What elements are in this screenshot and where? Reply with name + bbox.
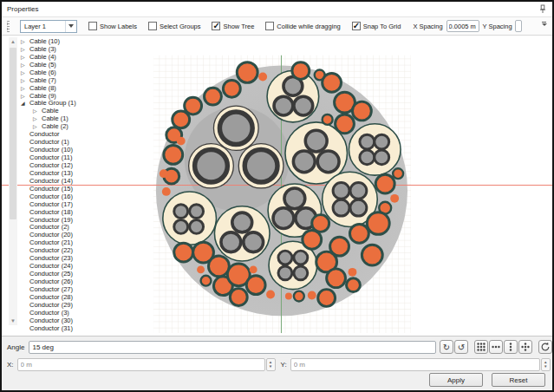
- cable-conductor[interactable]: [333, 183, 349, 199]
- cable-conductor[interactable]: [305, 130, 327, 152]
- tree-collapsed-icon[interactable]: ▷: [21, 46, 29, 52]
- ringed-conductor[interactable]: [346, 278, 360, 292]
- tree-item[interactable]: ▷Cable (4): [9, 53, 76, 61]
- checked-box-icon[interactable]: [352, 22, 361, 30]
- ringed-conductor[interactable]: [208, 256, 229, 277]
- unchecked-box-icon[interactable]: [88, 22, 97, 30]
- tree-expanded-icon[interactable]: ◢: [21, 100, 29, 106]
- group-cable-core[interactable]: [219, 112, 252, 145]
- tree-item[interactable]: Conductor (10): [9, 146, 76, 154]
- tree-item[interactable]: Conductor (11): [9, 154, 76, 161]
- tree-collapsed-icon[interactable]: ▷: [21, 85, 29, 91]
- angle-input[interactable]: [29, 341, 436, 354]
- tree-item[interactable]: ▷Cable (2): [9, 122, 76, 130]
- cable-conductor[interactable]: [278, 251, 292, 265]
- tree-item[interactable]: Conductor (29): [9, 301, 76, 309]
- tree-item[interactable]: Conductor (19): [9, 216, 76, 224]
- tree-item[interactable]: Conductor (2): [9, 224, 76, 232]
- y-spinner[interactable]: ▲▼: [541, 358, 551, 371]
- cable-conductor[interactable]: [317, 151, 339, 173]
- ringed-conductor[interactable]: [201, 276, 212, 286]
- cable-conductor[interactable]: [190, 220, 204, 234]
- tree-item[interactable]: Conductor (23): [9, 254, 76, 262]
- cable-cross-section-svg[interactable]: [2, 36, 552, 336]
- tree-item[interactable]: Conductor (28): [9, 293, 76, 301]
- distribute-vertical-button[interactable]: [504, 340, 518, 354]
- toolbar-grip-handle[interactable]: [7, 21, 10, 32]
- y-input[interactable]: [290, 358, 540, 371]
- cable-conductor[interactable]: [375, 150, 389, 165]
- filler-conductor[interactable]: [177, 137, 186, 146]
- cable-conductor[interactable]: [284, 188, 305, 209]
- distribute-grid-button[interactable]: [474, 340, 488, 354]
- tree-item[interactable]: Conductor: [9, 130, 76, 138]
- cable-conductor[interactable]: [278, 266, 292, 280]
- tree-item[interactable]: Conductor (3): [9, 309, 76, 317]
- tree-item[interactable]: ▷Cable (6): [9, 69, 76, 76]
- x-spinner[interactable]: ▲▼: [266, 358, 276, 371]
- tree-item[interactable]: Conductor (31): [9, 324, 76, 332]
- filler-conductor[interactable]: [308, 291, 316, 300]
- tree-item[interactable]: Conductor (13): [9, 169, 76, 177]
- tree-item[interactable]: ▷Cable (5): [9, 61, 76, 69]
- filler-conductor[interactable]: [390, 194, 399, 203]
- center-cross-button[interactable]: [518, 340, 532, 354]
- ringed-conductor[interactable]: [318, 290, 336, 307]
- ringed-conductor[interactable]: [223, 80, 240, 97]
- filler-conductor[interactable]: [197, 265, 205, 273]
- ringed-conductor[interactable]: [174, 243, 193, 262]
- cable-conductor[interactable]: [360, 150, 375, 165]
- ringed-conductor[interactable]: [327, 269, 346, 288]
- ringed-conductor[interactable]: [367, 212, 389, 235]
- ringed-conductor[interactable]: [352, 101, 371, 121]
- tree-collapsed-icon[interactable]: ▷: [33, 123, 42, 129]
- apply-button[interactable]: Apply: [429, 373, 483, 387]
- tree-item[interactable]: Conductor (20): [9, 231, 76, 238]
- ringed-conductor[interactable]: [173, 111, 190, 128]
- layer-select[interactable]: Layer 1: [20, 20, 77, 33]
- tree-item[interactable]: ▷Cable (9): [9, 92, 76, 100]
- swap-rotation-button[interactable]: [538, 340, 552, 354]
- tree-item[interactable]: ▷Cable (1): [9, 114, 76, 122]
- cable-conductor[interactable]: [294, 266, 308, 280]
- cable-conductor[interactable]: [350, 183, 367, 199]
- checkbox-select-groups[interactable]: Select Groups: [148, 22, 201, 30]
- filler-conductor[interactable]: [250, 265, 257, 273]
- ringed-conductor[interactable]: [362, 245, 382, 265]
- filler-conductor[interactable]: [266, 291, 275, 299]
- tree-item[interactable]: Conductor (24): [9, 262, 76, 270]
- ringed-conductor[interactable]: [294, 291, 304, 302]
- tree-collapsed-icon[interactable]: ▷: [21, 69, 29, 75]
- distribute-horizontal-button[interactable]: [489, 340, 503, 354]
- tree-item[interactable]: ▷Cable (3): [9, 45, 76, 53]
- tree-collapsed-icon[interactable]: ▷: [21, 77, 29, 83]
- tree-item[interactable]: ▷Cable (10): [9, 37, 76, 45]
- tree-item[interactable]: Conductor (15): [9, 185, 76, 193]
- rotate-ccw-button[interactable]: ↺: [454, 340, 468, 354]
- tree-item[interactable]: Conductor (25): [9, 270, 76, 278]
- cable-conductor[interactable]: [333, 199, 349, 216]
- tree-item[interactable]: Conductor (27): [9, 285, 76, 293]
- group-cable-core[interactable]: [195, 149, 228, 182]
- rotate-cw-button[interactable]: ↻: [440, 340, 453, 354]
- cable-conductor[interactable]: [294, 251, 308, 265]
- tree-collapsed-icon[interactable]: ▷: [21, 62, 29, 68]
- x-spacing-input[interactable]: [446, 20, 479, 32]
- unchecked-box-icon[interactable]: [148, 22, 157, 30]
- checked-box-icon[interactable]: [212, 22, 220, 30]
- tree-item[interactable]: Conductor (14): [9, 177, 76, 185]
- cable-conductor[interactable]: [174, 205, 188, 219]
- ringed-conductor[interactable]: [349, 224, 368, 243]
- unchecked-box-icon[interactable]: [265, 22, 274, 30]
- tree-collapsed-icon[interactable]: ▷: [33, 108, 42, 114]
- tree-item[interactable]: Conductor (21): [9, 238, 76, 246]
- cable-conductor[interactable]: [221, 232, 241, 252]
- tree-collapsed-icon[interactable]: ▷: [21, 54, 29, 60]
- tree-item[interactable]: Conductor (18): [9, 208, 76, 216]
- tree-item[interactable]: ◢Cable Group (1): [9, 100, 76, 108]
- tree-item[interactable]: Conductor (17): [9, 200, 76, 208]
- tree-item[interactable]: Conductor (26): [9, 278, 76, 285]
- toolbar-overflow-icon[interactable]: [540, 22, 548, 30]
- tree-collapsed-icon[interactable]: ▷: [33, 115, 42, 121]
- ringed-conductor[interactable]: [303, 230, 322, 249]
